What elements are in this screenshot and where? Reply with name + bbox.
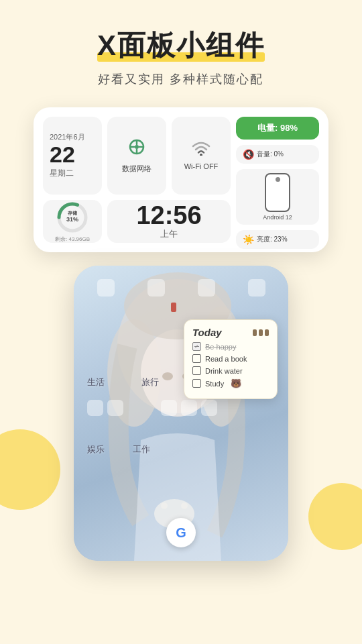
svg-point-16 xyxy=(161,502,168,509)
clock-widget: 12:56 上午 xyxy=(107,200,231,243)
volume-label: 音量: 0% xyxy=(257,150,284,159)
todo-checkbox-read-book[interactable] xyxy=(192,354,201,363)
wifi-label: Wi-Fi OFF xyxy=(184,162,219,170)
svg-point-5 xyxy=(135,145,139,149)
clock-time: 12:56 xyxy=(136,203,201,228)
brightness-icon: ☀️ xyxy=(243,234,254,245)
life-label: 生活 xyxy=(87,376,105,388)
app-mid-icons xyxy=(80,400,282,420)
todo-item-study: Study 🐻 xyxy=(192,378,269,388)
app-top-icons xyxy=(80,279,282,301)
svg-rect-14 xyxy=(171,303,176,312)
todo-item-drink-water: Drink water xyxy=(192,366,269,375)
widget-panel: 2021年6月 22 星期二 数据网络 xyxy=(34,107,328,252)
google-label: G xyxy=(176,525,186,541)
phone-camera xyxy=(276,177,280,182)
network-widget[interactable]: 数据网络 xyxy=(107,117,166,195)
brightness-widget[interactable]: ☀️ 亮度: 23% xyxy=(236,230,319,249)
todo-item-read-book: Read a book xyxy=(192,354,269,363)
todo-pins xyxy=(253,329,269,336)
phone-illustration: Android 12 xyxy=(236,169,319,225)
page-title: X面板小组件 xyxy=(97,27,265,64)
todo-checkbox-drink-water[interactable] xyxy=(192,366,201,375)
entertainment-label: 娱乐 xyxy=(87,443,105,455)
app-icon[interactable] xyxy=(147,279,165,297)
storage-percent-text: 31% xyxy=(66,217,78,223)
storage-icon: 存储 xyxy=(66,211,78,216)
app-icon[interactable] xyxy=(87,400,103,416)
svg-point-17 xyxy=(181,502,188,509)
volume-icon: 🔇 xyxy=(243,149,254,160)
todo-widget: Today Be happy Read a book Drink wa xyxy=(184,319,278,399)
app-icon[interactable] xyxy=(107,400,123,416)
date-widget: 2021年6月 22 星期二 xyxy=(43,117,102,195)
storage-ring: 存储 31% xyxy=(55,200,90,235)
date-year-month: 2021年6月 xyxy=(50,132,95,142)
travel-label: 旅行 xyxy=(141,376,159,388)
todo-text-be-happy: Be happy xyxy=(205,343,236,351)
todo-pin-1 xyxy=(253,329,257,336)
bear-emoji: 🐻 xyxy=(231,378,241,388)
right-column: 电量: 98% 🔇 音量: 0% Android 12 xyxy=(236,117,319,243)
network-label: 数据网络 xyxy=(122,164,152,174)
todo-text-drink-water: Drink water xyxy=(205,367,243,375)
storage-remaining: 剩余: 43.96GB xyxy=(55,235,90,243)
clock-ampm: 上午 xyxy=(160,228,178,240)
ent-work-row: 娱乐 工作 xyxy=(87,443,150,455)
volume-widget[interactable]: 🔇 音量: 0% xyxy=(236,145,319,164)
wifi-widget[interactable]: Wi-Fi OFF xyxy=(172,117,231,195)
app-icon[interactable] xyxy=(97,279,115,297)
app-icon[interactable] xyxy=(161,400,177,416)
app-icon[interactable] xyxy=(201,400,217,416)
phone-mockup: 生活 旅行 娱乐 工作 Today xyxy=(74,266,288,561)
widget-section: 2021年6月 22 星期二 数据网络 xyxy=(0,107,362,252)
battery-label: 电量: 98% xyxy=(257,122,298,134)
svg-point-18 xyxy=(162,372,173,380)
date-weekday: 星期二 xyxy=(50,168,95,179)
date-day: 22 xyxy=(50,142,95,167)
storage-widget: 存储 31% 剩余: 43.96GB xyxy=(43,200,102,243)
google-button[interactable]: G xyxy=(166,518,196,547)
todo-title: Today xyxy=(192,327,222,338)
todo-pin-3 xyxy=(265,329,269,336)
todo-checkbox-study[interactable] xyxy=(192,379,201,388)
app-icon[interactable] xyxy=(248,279,265,297)
todo-pin-2 xyxy=(259,329,263,336)
wifi-icon xyxy=(192,141,210,160)
page-subtitle: 好看又实用 多种样式随心配 xyxy=(13,71,349,87)
app-icon[interactable] xyxy=(181,400,197,416)
todo-text-study: Study xyxy=(205,380,224,388)
header: X面板小组件 好看又实用 多种样式随心配 xyxy=(0,0,362,94)
todo-checkbox-be-happy xyxy=(192,342,201,351)
life-travel-row: 生活 旅行 xyxy=(87,376,159,388)
battery-widget: 电量: 98% xyxy=(236,117,319,140)
brightness-label: 亮度: 23% xyxy=(257,235,288,244)
work-label: 工作 xyxy=(133,443,150,455)
android-label: Android 12 xyxy=(263,214,292,221)
todo-header: Today xyxy=(192,327,269,338)
todo-item-be-happy: Be happy xyxy=(192,342,269,351)
svg-point-6 xyxy=(200,154,202,156)
phone-section: 生活 旅行 娱乐 工作 Today xyxy=(0,266,362,561)
todo-text-read-book: Read a book xyxy=(205,355,247,363)
app-icon[interactable] xyxy=(198,279,215,297)
network-icon xyxy=(127,138,146,161)
